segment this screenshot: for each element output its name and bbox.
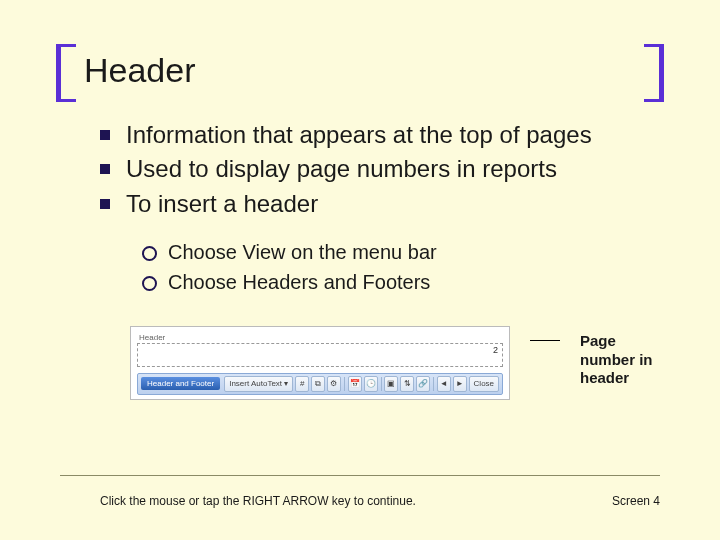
prev-icon: ◄ [437, 376, 451, 392]
time-icon: 🕒 [364, 376, 378, 392]
figure-page-number: 2 [493, 345, 498, 355]
header-figure: Header 2 Header and Footer Insert AutoTe… [130, 326, 510, 400]
pages-icon: ⧉ [311, 376, 325, 392]
toolbar-separator [381, 377, 382, 391]
callout-text: Page number in header [580, 332, 660, 388]
figure-row: Header 2 Header and Footer Insert AutoTe… [60, 326, 660, 400]
callout-leader-line [530, 340, 560, 341]
format-icon: ⚙ [327, 376, 341, 392]
main-bullet-list: Information that appears at the top of p… [60, 119, 660, 220]
sub-bullet-item: Choose Headers and Footers [142, 268, 660, 296]
layout-icon: ▣ [384, 376, 398, 392]
bullet-item: Used to display page numbers in reports [100, 153, 660, 185]
sub-bullet-item: Choose View on the menu bar [142, 238, 660, 266]
bracket-left-icon [56, 44, 76, 102]
figure-header-label: Header [137, 333, 503, 342]
page-number-icon: # [295, 376, 309, 392]
bracket-right-icon [644, 44, 664, 102]
figure-header-box: 2 [137, 343, 503, 367]
bullet-item: Information that appears at the top of p… [100, 119, 660, 151]
sub-bullet-list: Choose View on the menu bar Choose Heade… [60, 238, 660, 296]
footer-instruction: Click the mouse or tap the RIGHT ARROW k… [100, 494, 416, 508]
slide: Header Information that appears at the t… [0, 0, 720, 540]
toolbar-separator [344, 377, 345, 391]
toolbar-title: Header and Footer [141, 377, 220, 390]
footer: Click the mouse or tap the RIGHT ARROW k… [100, 494, 660, 508]
footer-screen-number: Screen 4 [612, 494, 660, 508]
figure-toolbar: Header and Footer Insert AutoText ▾ # ⧉ … [137, 373, 503, 395]
date-icon: 📅 [348, 376, 362, 392]
page-title: Header [60, 50, 660, 91]
close-button: Close [469, 376, 499, 392]
title-wrap: Header [60, 50, 660, 91]
insert-autotext-button: Insert AutoText ▾ [224, 376, 293, 392]
toolbar-separator [433, 377, 434, 391]
next-icon: ► [453, 376, 467, 392]
switch-icon: ⇅ [400, 376, 414, 392]
link-icon: 🔗 [416, 376, 430, 392]
footer-divider [60, 475, 660, 476]
bullet-item: To insert a header [100, 188, 660, 220]
